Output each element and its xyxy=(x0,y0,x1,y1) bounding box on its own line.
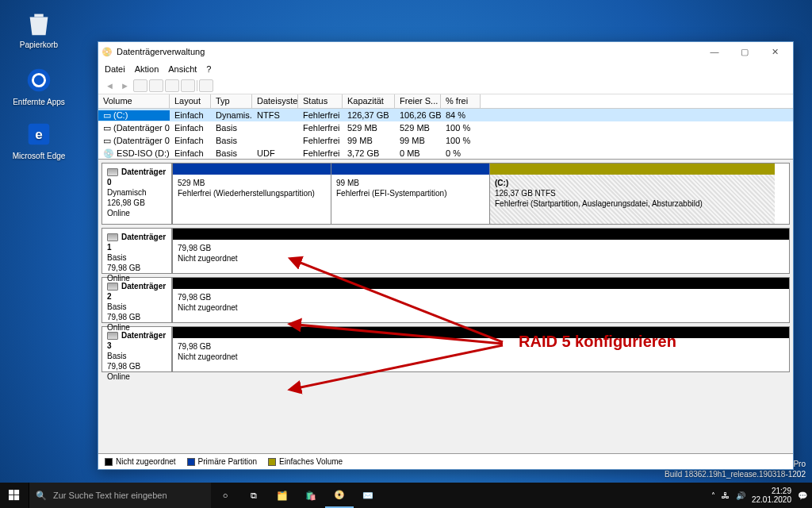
cell: ▭(Datenträger 0 Par... xyxy=(98,136,170,146)
partition[interactable]: (C:)126,37 GB NTFSFehlerfrei (Startparti… xyxy=(489,164,775,224)
taskbar-app-diskmgmt[interactable]: 📀 xyxy=(325,483,354,508)
toolbar-button[interactable] xyxy=(149,79,163,92)
menubar: Datei Aktion Ansicht ? xyxy=(98,61,793,77)
volume-list: VolumeLayoutTypDateisystemStatusKapazitä… xyxy=(98,94,793,160)
legend-item: Nicht zugeordnet xyxy=(105,457,176,466)
toolbar-button[interactable] xyxy=(165,79,179,92)
taskbar: 🔍 Zur Suche Text hier eingeben ○ ⧉ 🗂️ 🛍️… xyxy=(0,483,812,508)
disk-row[interactable]: Datenträger 2Basis79,98 GBOnline79,98 GB… xyxy=(102,277,790,323)
taskbar-app-mail[interactable]: ✉️ xyxy=(354,483,382,508)
cell: Einfach xyxy=(170,148,211,158)
desktop-icon-label: Entfernte Apps xyxy=(11,98,67,106)
svg-rect-9 xyxy=(14,495,19,500)
cell: 0 % xyxy=(441,148,481,158)
cell: Basis xyxy=(211,148,252,158)
column-header[interactable]: % frei xyxy=(441,94,481,108)
desktop-icon-edge[interactable]: e Microsoft Edge xyxy=(11,119,67,160)
cell: Dynamis... xyxy=(211,110,252,120)
cell: 529 MB xyxy=(343,123,395,133)
desktop-icon-label: Microsoft Edge xyxy=(11,152,67,160)
cell: Fehlerfrei .. xyxy=(298,110,343,120)
app-icon: 📀 xyxy=(102,47,113,57)
toolbar-button[interactable] xyxy=(199,79,213,92)
cortana-icon[interactable]: ○ xyxy=(211,483,239,508)
cell: 99 MB xyxy=(395,136,441,145)
column-header[interactable]: Status xyxy=(298,94,343,108)
start-button[interactable] xyxy=(0,483,29,508)
column-header[interactable]: Kapazität xyxy=(343,94,395,108)
partition-unallocated[interactable]: 79,98 GBNicht zugeordnet xyxy=(172,327,789,371)
cell: 0 MB xyxy=(395,148,441,158)
cell: Fehlerfrei .. xyxy=(298,136,343,145)
column-header[interactable]: Layout xyxy=(170,94,211,108)
volume-row[interactable]: ▭(Datenträger 0 Par...EinfachBasisFehler… xyxy=(98,121,793,134)
disk-info: Datenträger 0 Dynamisch 126,98 GB Online xyxy=(102,164,172,224)
tray-network-icon[interactable]: 🖧 xyxy=(722,491,730,500)
disk-management-window: 📀 Datenträgerverwaltung — ▢ ✕ Datei Akti… xyxy=(98,41,794,470)
partition-unallocated[interactable]: 79,98 GBNicht zugeordnet xyxy=(172,229,789,273)
column-header[interactable]: Dateisystem xyxy=(252,94,298,108)
svg-point-0 xyxy=(28,69,51,92)
cell: 529 MB xyxy=(395,123,441,133)
tray-notifications-icon[interactable]: 💬 xyxy=(798,491,807,500)
tray-chevron-icon[interactable]: ˄ xyxy=(711,491,715,500)
tray-volume-icon[interactable]: 🔊 xyxy=(736,491,745,500)
cell: 100 % xyxy=(441,123,481,133)
volume-row[interactable]: 💿ESD-ISO (D:)EinfachBasisUDFFehlerfrei .… xyxy=(98,147,793,160)
cell: 100 % xyxy=(441,136,481,145)
nav-fwd-icon: ► xyxy=(118,81,132,90)
nav-back-icon: ◄ xyxy=(103,81,117,90)
cell: Fehlerfrei .. xyxy=(298,148,343,158)
cell: 84 % xyxy=(441,110,481,120)
menu-help[interactable]: ? xyxy=(206,64,211,74)
column-header[interactable]: Volume xyxy=(98,94,170,108)
cell: Einfach xyxy=(170,110,211,120)
disk-row-0[interactable]: Datenträger 0 Dynamisch 126,98 GB Online… xyxy=(102,163,790,225)
cell: ▭(Datenträger 0 Par... xyxy=(98,123,170,133)
column-header[interactable]: Freier S... xyxy=(395,94,441,108)
toolbar-button[interactable] xyxy=(133,79,147,92)
disk-row[interactable]: Datenträger 3Basis79,98 GBOnline79,98 GB… xyxy=(102,326,790,372)
maximize-button[interactable]: ▢ xyxy=(730,43,760,60)
disk-info: Datenträger 3Basis79,98 GBOnline xyxy=(102,327,172,371)
column-header[interactable]: Typ xyxy=(211,94,252,108)
cell: Fehlerfrei .. xyxy=(298,123,343,133)
menu-action[interactable]: Aktion xyxy=(135,64,159,74)
cell: ▭(C:) xyxy=(98,110,170,121)
disk-icon xyxy=(107,168,118,176)
task-view-icon[interactable]: ⧉ xyxy=(239,483,268,508)
desktop-icon-recycle-bin[interactable]: Papierkorb xyxy=(11,8,67,49)
cell: Einfach xyxy=(170,136,211,145)
search-placeholder: Zur Suche Text hier eingeben xyxy=(53,491,167,500)
system-tray[interactable]: ˄ 🖧 🔊 21:2922.01.2020 💬 xyxy=(711,487,812,504)
taskbar-search[interactable]: 🔍 Zur Suche Text hier eingeben xyxy=(29,483,211,508)
taskbar-app-explorer[interactable]: 🗂️ xyxy=(268,483,297,508)
legend-item: Primäre Partition xyxy=(187,457,257,466)
search-icon: 🔍 xyxy=(36,491,47,501)
disk-info: Datenträger 2Basis79,98 GBOnline xyxy=(102,278,172,322)
close-button[interactable]: ✕ xyxy=(760,43,790,60)
disk-row[interactable]: Datenträger 1Basis79,98 GBOnline79,98 GB… xyxy=(102,228,790,274)
cell: NTFS xyxy=(252,110,298,120)
disk-graphical-view: Datenträger 0 Dynamisch 126,98 GB Online… xyxy=(98,160,793,453)
cell: 106,26 GB xyxy=(395,110,441,120)
cell: Basis xyxy=(211,136,252,145)
toolbar: ◄ ► xyxy=(98,77,793,94)
desktop-icon-label: Papierkorb xyxy=(11,40,67,49)
window-title: Datenträgerverwaltung xyxy=(117,47,205,56)
partition[interactable]: 99 MBFehlerfrei (EFI-Systempartition) xyxy=(331,164,489,224)
toolbar-button[interactable] xyxy=(181,79,195,92)
minimize-button[interactable]: — xyxy=(699,43,730,60)
volume-row[interactable]: ▭(Datenträger 0 Par...EinfachBasisFehler… xyxy=(98,134,793,147)
cell: UDF xyxy=(252,148,298,158)
partition-unallocated[interactable]: 79,98 GBNicht zugeordnet xyxy=(172,278,789,322)
menu-file[interactable]: Datei xyxy=(105,64,125,74)
menu-view[interactable]: Ansicht xyxy=(168,64,197,74)
partition[interactable]: 529 MBFehlerfrei (Wiederherstellungspart… xyxy=(172,164,331,224)
tray-clock[interactable]: 21:2922.01.2020 xyxy=(752,487,791,504)
window-titlebar[interactable]: 📀 Datenträgerverwaltung — ▢ ✕ xyxy=(98,42,793,61)
cell: 💿ESD-ISO (D:) xyxy=(98,148,170,159)
taskbar-app-store[interactable]: 🛍️ xyxy=(297,483,325,508)
desktop-icon-removed-apps[interactable]: Entfernte Apps xyxy=(11,65,67,106)
volume-row[interactable]: ▭(C:)EinfachDynamis...NTFSFehlerfrei ..1… xyxy=(98,109,793,121)
